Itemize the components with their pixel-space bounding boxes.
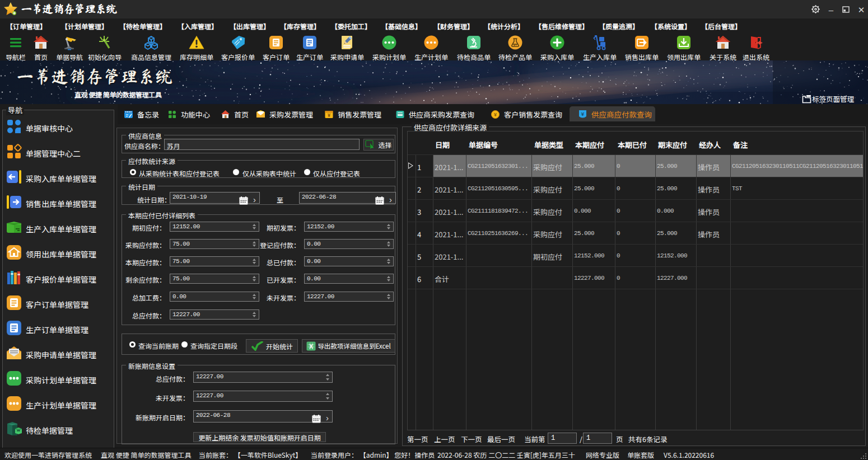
svg-text:¥: ¥ [581,111,585,117]
svg-text:¥: ¥ [328,112,330,118]
svg-text:¥: ¥ [494,112,497,118]
svg-text:X: X [309,343,313,349]
